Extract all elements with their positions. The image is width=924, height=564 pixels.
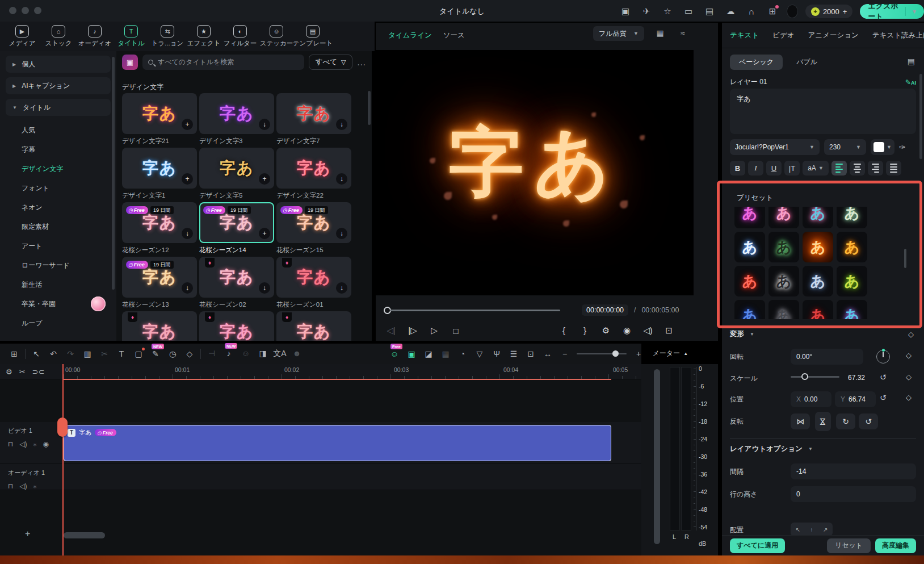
- rotation-keyframe-icon[interactable]: ◇: [906, 351, 922, 360]
- toolbar-icon[interactable]: ◨: [254, 349, 271, 359]
- title-card[interactable]: 字あ ◷ + デザイン文字21: [122, 93, 197, 145]
- properties-scrollbar[interactable]: [919, 74, 922, 159]
- coin-balance[interactable]: + 2000 +: [805, 5, 853, 18]
- toolbar-icon[interactable]: ◇: [181, 349, 198, 358]
- media-tab[interactable]: ⇆ トラ...ョン: [150, 25, 185, 48]
- export-button[interactable]: エクスポート ▼: [860, 4, 924, 19]
- next-frame-button[interactable]: |▷: [402, 325, 423, 336]
- advanced-edit-button[interactable]: 高度編集: [875, 538, 916, 553]
- line-height-input[interactable]: 0: [791, 486, 916, 502]
- audio-track[interactable]: オーディオ 1 ⊓ ◁) ⁎: [0, 464, 641, 490]
- title-card[interactable]: 字あ ◷ ♦: [199, 311, 274, 341]
- title-card[interactable]: 字あ ◷ ↓ デザイン文字22: [276, 148, 351, 200]
- previous-frame-button[interactable]: ◁|: [380, 325, 402, 336]
- zoom-out-icon[interactable]: −: [556, 349, 573, 358]
- rotate-cw-button[interactable]: ↻: [836, 413, 855, 429]
- sidebar-item[interactable]: 人気: [0, 120, 116, 140]
- topbar-icon[interactable]: ▣: [619, 5, 632, 18]
- spacing-input[interactable]: -14: [791, 463, 916, 479]
- sidebar-group[interactable]: ▶ 個人: [6, 56, 111, 73]
- preset-scrollbar[interactable]: [904, 249, 906, 268]
- toolbar-icon[interactable]: ✂: [96, 349, 113, 358]
- text-preset-tile[interactable]: あ: [803, 232, 833, 262]
- category-icon-button[interactable]: ▣: [122, 55, 138, 70]
- timeline-zoom-slider[interactable]: [577, 353, 627, 355]
- title-card[interactable]: 字あ ◷ ↓ デザイン文字7: [276, 93, 351, 145]
- wand-icon[interactable]: ⁎: [33, 482, 37, 490]
- sidebar-item[interactable]: ネオン: [0, 198, 116, 217]
- toolbar-icon[interactable]: ⊡: [522, 349, 539, 358]
- position-y-input[interactable]: Y66.74: [835, 391, 876, 407]
- bold-button[interactable]: B: [730, 161, 745, 176]
- toolbar-icon[interactable]: ◪: [420, 349, 437, 358]
- toolbar-icon[interactable]: 文A: [271, 349, 288, 359]
- ai-edit-icon[interactable]: ✎AI: [905, 78, 916, 86]
- sidebar-item[interactable]: フォント: [0, 178, 116, 198]
- title-card[interactable]: 字あ ◷ Free 19 日間 ↓ 花桜シーズン12: [122, 202, 197, 254]
- title-card[interactable]: 字あ ◷ ♦: [276, 311, 351, 341]
- font-family-dropdown[interactable]: Jocular!?PopVer1▼: [730, 139, 820, 155]
- sidebar-group[interactable]: ▶ AIキャプション: [6, 77, 111, 94]
- toolbar-icon[interactable]: ↶: [45, 349, 62, 358]
- fullscreen-icon[interactable]: ⊡: [658, 325, 679, 336]
- text-case-dropdown[interactable]: aA▼: [803, 161, 829, 176]
- alignment-preset-group[interactable]: ↖↑↗: [791, 523, 833, 536]
- toolbar-icon[interactable]: ☺: [237, 349, 254, 359]
- text-preset-tile[interactable]: あ: [768, 207, 799, 228]
- title-card[interactable]: 字あ ◷ + デザイン文字1: [122, 148, 197, 200]
- toolbar-icon[interactable]: ▥: [79, 349, 96, 358]
- add-track-button[interactable]: +: [25, 529, 30, 539]
- library-scrollbar[interactable]: [368, 91, 371, 125]
- properties-tab[interactable]: アニメーション: [808, 31, 859, 40]
- text-preset-tile[interactable]: あ: [734, 300, 765, 319]
- title-card[interactable]: 字あ ◷ ♦: [122, 311, 197, 341]
- title-card[interactable]: 字あ ◷ + デザイン文字5: [199, 148, 274, 200]
- toolbar-icon[interactable]: ↷: [62, 349, 79, 358]
- card-action-button[interactable]: ↓: [259, 282, 270, 294]
- text-preset-tile[interactable]: あ: [803, 207, 833, 228]
- position-keyframe-icon[interactable]: ◇: [906, 393, 922, 402]
- rotation-dial[interactable]: [876, 350, 890, 364]
- rotation-input[interactable]: 0.00°: [791, 349, 863, 365]
- rotate-ccw-button[interactable]: ↺: [859, 413, 878, 429]
- avatar[interactable]: [787, 5, 798, 18]
- mark-in-button[interactable]: {: [553, 325, 574, 336]
- card-action-button[interactable]: ↓: [336, 282, 347, 294]
- scale-value[interactable]: 67.32: [848, 374, 865, 382]
- media-tab[interactable]: ⌂ ストック: [41, 25, 76, 48]
- card-action-button[interactable]: +: [182, 119, 193, 130]
- title-card[interactable]: 字あ ◷ Free 19 日間 + 花桜シーズン14: [199, 202, 274, 254]
- scale-reset-icon[interactable]: ↺: [880, 373, 887, 382]
- text-style-subtab[interactable]: バブル: [787, 55, 826, 70]
- title-clip[interactable]: T 字あ ◷ Free: [64, 425, 611, 461]
- scale-keyframe-icon[interactable]: ◇: [906, 373, 922, 381]
- timeline-settings-icon[interactable]: ⚙: [6, 367, 12, 376]
- media-tab[interactable]: ▶ メディア: [5, 25, 40, 48]
- scale-slider[interactable]: [791, 376, 839, 378]
- toolbar-icon[interactable]: ◷: [164, 349, 181, 358]
- card-action-button[interactable]: ↓: [182, 228, 193, 239]
- align-center-button[interactable]: [850, 161, 865, 176]
- eyedropper-icon[interactable]: ✑: [899, 143, 906, 152]
- toolbar-icon[interactable]: ✎ NEW: [147, 349, 164, 358]
- toolbar-icon[interactable]: ☺ Free: [386, 349, 403, 358]
- toolbar-icon[interactable]: ↖: [28, 349, 45, 358]
- timeline-horizontal-scrollbar[interactable]: [64, 532, 105, 538]
- topbar-icon[interactable]: ☆: [661, 5, 674, 18]
- timeline-ruler[interactable]: 00:0000:0100:0200:0300:0400:05: [0, 364, 641, 379]
- title-card[interactable]: 字あ ◷ Free 19 日間 ↓ 花桜シーズン15: [276, 202, 351, 254]
- mark-out-button[interactable]: }: [574, 325, 595, 336]
- text-preset-tile[interactable]: あ: [837, 266, 867, 296]
- toolbar-icon[interactable]: ♪ NEW: [220, 349, 237, 359]
- toolbar-icon[interactable]: ▣: [403, 349, 420, 358]
- media-tab[interactable]: ◐ フィルター: [222, 25, 258, 48]
- eye-icon[interactable]: ◉: [43, 440, 49, 448]
- text-preset-tile[interactable]: あ: [768, 232, 799, 262]
- text-color-swatch[interactable]: ▼: [871, 139, 894, 155]
- justify-button[interactable]: [886, 161, 901, 176]
- zoom-in-icon[interactable]: +: [630, 349, 647, 358]
- properties-tab[interactable]: テキスト読み上げ: [872, 31, 924, 40]
- properties-tab[interactable]: ビデオ: [772, 31, 794, 40]
- text-preset-tile[interactable]: あ: [803, 300, 833, 319]
- sidebar-item[interactable]: 字幕: [0, 140, 116, 159]
